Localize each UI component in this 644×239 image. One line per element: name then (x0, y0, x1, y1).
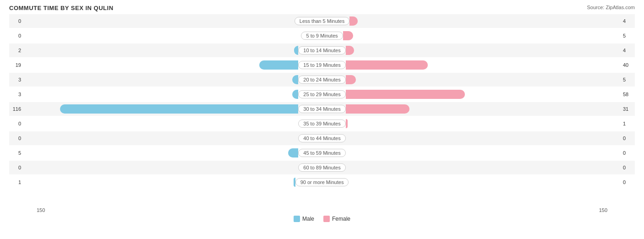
row-label: Less than 5 Minutes (295, 17, 349, 25)
row-label: 90 or more Minutes (295, 178, 349, 186)
female-bar (349, 16, 358, 26)
male-value: 5 (9, 150, 23, 156)
row-label: 15 to 19 Minutes (298, 61, 345, 69)
chart-row: 2 10 to 14 Minutes 4 (9, 43, 635, 57)
right-side (346, 87, 621, 101)
row-label: 25 to 29 Minutes (298, 90, 345, 98)
right-side (349, 14, 621, 28)
row-label: 40 to 44 Minutes (298, 134, 345, 142)
row-label: 20 to 24 Minutes (298, 76, 345, 84)
male-value: 0 (9, 33, 23, 38)
female-value: 40 (621, 62, 635, 68)
male-bar (292, 75, 298, 84)
chart-row: 116 30 to 34 Minutes 31 (9, 102, 635, 116)
right-side (346, 161, 621, 174)
source-label: Source: ZipAtlas.com (587, 5, 635, 10)
legend-female-box (323, 216, 330, 222)
legend-male-box (294, 216, 300, 222)
left-side (23, 146, 298, 160)
row-label: 45 to 59 Minutes (298, 149, 345, 157)
legend: Male Female (9, 216, 635, 222)
left-side (23, 117, 298, 130)
female-value: 1 (621, 121, 635, 126)
chart-row: 1 90 or more Minutes 0 (9, 175, 635, 189)
chart-row: 5 45 to 59 Minutes 0 (9, 146, 635, 160)
row-label: 35 to 39 Minutes (298, 120, 345, 128)
left-side (23, 29, 301, 43)
female-bar (346, 75, 356, 84)
female-bar (343, 31, 353, 40)
legend-female-label: Female (332, 216, 350, 222)
left-side (23, 58, 298, 72)
female-value: 4 (621, 18, 635, 24)
female-bar (346, 119, 348, 128)
right-side (346, 43, 621, 57)
right-side (346, 102, 621, 116)
axis-min: 150 (37, 207, 45, 213)
male-value: 0 (9, 136, 23, 141)
row-label: 60 to 89 Minutes (298, 163, 345, 172)
female-value: 5 (621, 33, 635, 38)
male-value: 0 (9, 121, 23, 126)
male-value: 0 (9, 165, 23, 170)
axis-max: 150 (599, 207, 607, 213)
male-value: 0 (9, 18, 23, 24)
female-bar (346, 46, 354, 55)
left-side (23, 161, 298, 174)
legend-male-label: Male (302, 216, 314, 222)
female-value: 31 (621, 106, 635, 112)
chart-container: COMMUTE TIME BY SEX IN QULIN Source: Zip… (0, 0, 644, 239)
male-value: 3 (9, 92, 23, 97)
male-value: 3 (9, 77, 23, 82)
chart-row: 0 60 to 89 Minutes 0 (9, 161, 635, 174)
female-value: 58 (621, 92, 635, 97)
male-value: 1 (9, 179, 23, 185)
male-bar (288, 148, 298, 158)
right-side (346, 58, 621, 72)
chart-row: 0 35 to 39 Minutes 1 (9, 117, 635, 130)
row-label: 10 to 14 Minutes (298, 46, 345, 54)
female-value: 0 (621, 179, 635, 185)
male-bar (292, 90, 298, 99)
male-value: 116 (9, 106, 23, 112)
female-bar (346, 104, 409, 114)
right-side (349, 175, 621, 189)
axis-labels: 150 150 (9, 207, 635, 213)
female-value: 0 (621, 136, 635, 141)
male-value: 19 (9, 62, 23, 68)
chart-row: 0 Less than 5 Minutes 4 (9, 14, 635, 28)
chart-row: 3 20 to 24 Minutes 5 (9, 73, 635, 87)
legend-female: Female (323, 216, 350, 222)
right-side (346, 73, 621, 87)
female-value: 0 (621, 165, 635, 170)
chart-row: 19 15 to 19 Minutes 40 (9, 58, 635, 72)
right-side (346, 117, 621, 130)
male-bar (60, 104, 298, 114)
male-value: 2 (9, 48, 23, 53)
female-bar (346, 90, 465, 99)
chart-row: 0 40 to 44 Minutes 0 (9, 131, 635, 145)
row-label: 5 to 9 Minutes (301, 32, 343, 40)
left-side (23, 14, 295, 28)
left-side (23, 87, 298, 101)
legend-male: Male (294, 216, 314, 222)
left-side (23, 43, 298, 57)
right-side (343, 29, 621, 43)
chart-row: 0 5 to 9 Minutes 5 (9, 29, 635, 43)
female-value: 4 (621, 48, 635, 53)
left-side (23, 131, 298, 145)
male-bar (259, 60, 298, 70)
right-side (346, 131, 621, 145)
female-value: 5 (621, 77, 635, 82)
left-side (23, 73, 298, 87)
chart-title: COMMUTE TIME BY SEX IN QULIN (9, 5, 635, 11)
right-side (346, 146, 621, 160)
chart-row: 3 25 to 29 Minutes 58 (9, 87, 635, 101)
left-side (23, 175, 295, 189)
chart-area: 0 Less than 5 Minutes 4 0 5 to 9 Minutes… (9, 14, 635, 206)
row-label: 30 to 34 Minutes (298, 105, 345, 113)
female-bar (346, 60, 428, 70)
female-value: 0 (621, 150, 635, 156)
left-side (23, 102, 298, 116)
male-bar (294, 46, 298, 55)
